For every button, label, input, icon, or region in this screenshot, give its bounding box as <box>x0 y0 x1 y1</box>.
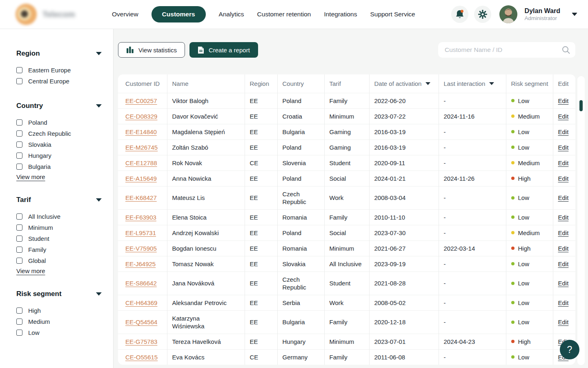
user-avatar[interactable] <box>499 5 517 23</box>
edit-link[interactable]: Edit <box>558 229 569 236</box>
cell-edit: Edit <box>553 186 575 209</box>
customer-id-link[interactable]: CE-E12788 <box>125 159 157 166</box>
customer-id-link[interactable]: EE-A15649 <box>125 175 157 182</box>
customer-id-link[interactable]: EE-V75905 <box>125 245 157 252</box>
settings-button[interactable] <box>474 6 491 23</box>
filter-option-student[interactable]: Student <box>16 233 102 244</box>
filter-option-medium[interactable]: Medium <box>16 316 102 327</box>
customer-id-link[interactable]: EE-Q54564 <box>125 319 157 325</box>
filter-option-label: High <box>28 307 41 314</box>
view-more-link[interactable]: View more <box>16 173 45 180</box>
checkbox[interactable] <box>16 307 22 314</box>
edit-link[interactable]: Edit <box>558 280 569 287</box>
customer-id-link[interactable]: EE-F63903 <box>125 214 156 221</box>
filter-section-header-country[interactable]: Country <box>16 102 102 110</box>
checkbox[interactable] <box>16 258 22 264</box>
filter-option-central-europe[interactable]: Central Europe <box>16 76 102 87</box>
user-info[interactable]: Dylan Ward Administrator <box>525 7 560 21</box>
table-scrollbar-thumb[interactable] <box>579 100 583 111</box>
checkbox[interactable] <box>16 224 22 231</box>
nav-item-overview[interactable]: Overview <box>112 11 138 18</box>
edit-link[interactable]: Edit <box>558 214 569 221</box>
edit-link[interactable]: Edit <box>558 245 569 252</box>
filter-section-header-region[interactable]: Region <box>16 49 102 58</box>
customer-id-link[interactable]: EE-C00257 <box>125 97 157 104</box>
customer-id-link[interactable]: CE-O55615 <box>125 354 158 361</box>
checkbox[interactable] <box>16 236 22 242</box>
filter-option-low[interactable]: Low <box>16 327 102 338</box>
cell-tarif: Family <box>324 93 369 108</box>
cell-date-of-activation: 2021-06-27 <box>369 240 439 256</box>
edit-link[interactable]: Edit <box>558 113 569 120</box>
filter-section-header-risk-segment[interactable]: Risk segment <box>16 290 102 298</box>
customer-id-link[interactable]: EE-K68427 <box>125 194 157 201</box>
edit-link[interactable]: Edit <box>558 175 569 182</box>
sort-desc-icon[interactable] <box>425 82 430 85</box>
table-scrollbar-track[interactable] <box>577 76 585 365</box>
risk-badge: High <box>511 245 548 252</box>
col-header-label: Risk segment <box>511 80 548 87</box>
checkbox[interactable] <box>16 67 22 73</box>
customer-id-link[interactable]: EE-E14840 <box>125 128 157 135</box>
help-button[interactable]: ? <box>560 340 579 359</box>
notifications-button[interactable] <box>451 6 468 23</box>
checkbox[interactable] <box>16 78 22 84</box>
filter-option-all-inclusive[interactable]: All Inclusive <box>16 211 102 222</box>
checkbox[interactable] <box>16 141 22 148</box>
filter-option-family[interactable]: Family <box>16 244 102 255</box>
checkbox[interactable] <box>16 164 22 170</box>
search-input[interactable] <box>438 42 575 58</box>
checkbox[interactable] <box>16 319 22 325</box>
checkbox[interactable] <box>16 119 22 126</box>
customer-id-link[interactable]: EE-G75783 <box>125 338 157 345</box>
cell-last-interaction: 2024-11-26 <box>439 171 506 186</box>
customer-id-link[interactable]: EE-L95731 <box>125 229 156 236</box>
col-header-label: Edit <box>558 80 569 87</box>
create-report-button[interactable]: Create a report <box>189 42 258 58</box>
edit-link[interactable]: Edit <box>558 159 569 166</box>
checkbox[interactable] <box>16 153 22 159</box>
filter-option-slovakia[interactable]: Slovakia <box>16 139 102 150</box>
filter-section-header-tarif[interactable]: Tarif <box>16 196 102 204</box>
nav-item-analytics[interactable]: Analytics <box>219 11 244 18</box>
edit-link[interactable]: Edit <box>558 144 569 151</box>
nav-item-customers[interactable]: Customers <box>151 6 206 22</box>
risk-badge: Medium <box>511 229 548 237</box>
filter-option-minimum[interactable]: Minimum <box>16 222 102 233</box>
customer-id-link[interactable]: EE-J64925 <box>125 260 156 267</box>
edit-link[interactable]: Edit <box>558 319 569 325</box>
brand-name: Telecom <box>42 10 75 19</box>
filter-option-eastern-europe[interactable]: Eastern Europe <box>16 65 102 76</box>
user-menu-chevron-down-icon[interactable] <box>572 13 577 16</box>
customer-id-link[interactable]: CE-D08329 <box>125 113 157 120</box>
nav-item-customer-retention[interactable]: Customer retention <box>257 11 311 18</box>
nav-item-support-service[interactable]: Support Service <box>370 11 415 18</box>
filter-option-hungary[interactable]: Hungary <box>16 150 102 161</box>
edit-link[interactable]: Edit <box>558 194 569 201</box>
cell-country: Czech Republic <box>277 186 324 209</box>
customer-name: Katarzyna Wiśniewska <box>172 314 234 330</box>
filter-option-bulgaria[interactable]: Bulgaria <box>16 161 102 172</box>
edit-link[interactable]: Edit <box>558 97 569 104</box>
filter-option-global[interactable]: Global <box>16 255 102 266</box>
sort-desc-icon[interactable] <box>489 82 494 85</box>
customer-id-link[interactable]: EE-S86642 <box>125 280 157 287</box>
view-more-link[interactable]: View more <box>16 267 45 274</box>
checkbox[interactable] <box>16 330 22 336</box>
filter-option-poland[interactable]: Poland <box>16 117 102 128</box>
nav-item-integrations[interactable]: Integrations <box>324 11 357 18</box>
filter-option-high[interactable]: High <box>16 305 102 316</box>
checkbox[interactable] <box>16 247 22 253</box>
checkbox[interactable] <box>16 130 22 137</box>
search-icon[interactable] <box>562 46 570 54</box>
view-statistics-button[interactable]: View statistics <box>118 42 185 58</box>
checkbox[interactable] <box>16 213 22 220</box>
customer-id-link[interactable]: EE-M26745 <box>125 144 158 151</box>
edit-link[interactable]: Edit <box>558 299 569 306</box>
edit-link[interactable]: Edit <box>558 260 569 267</box>
edit-link[interactable]: Edit <box>558 128 569 135</box>
filter-option-czech-republic[interactable]: Czech Republic <box>16 128 102 139</box>
filter-option-label: Minimum <box>28 224 53 231</box>
cell-last-interaction: - <box>439 295 506 310</box>
customer-id-link[interactable]: CE-H64369 <box>125 299 157 306</box>
